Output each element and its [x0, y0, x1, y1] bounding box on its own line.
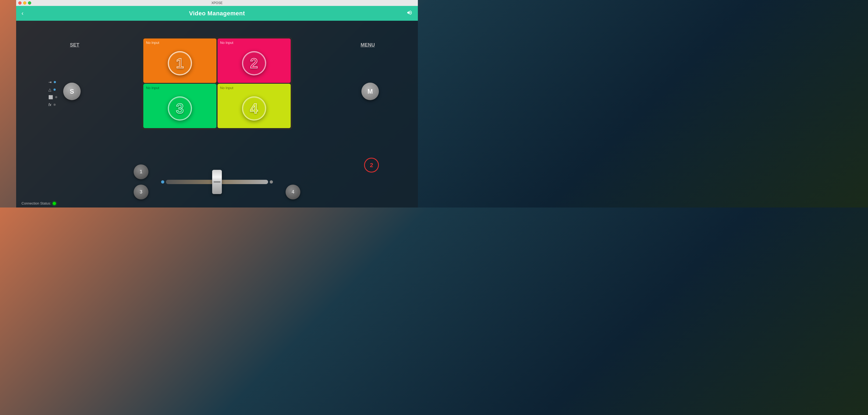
traffic-lights	[18, 1, 31, 5]
cell-4-label: No Input	[220, 86, 234, 90]
video-cell-4[interactable]: No Input 4	[218, 84, 291, 128]
close-button[interactable]	[18, 1, 22, 5]
source-icon: ⇥	[49, 80, 52, 84]
cell-3-number: 3	[176, 101, 184, 115]
fader-area	[159, 165, 275, 200]
crop-icon: ⬜	[49, 95, 53, 99]
control-crop[interactable]: ⬜	[49, 95, 57, 99]
scale-dot	[54, 89, 56, 91]
video-cell-3[interactable]: No Input 3	[143, 84, 216, 128]
knob-1[interactable]: 1	[134, 165, 149, 179]
titlebar: XPOSE	[16, 0, 418, 6]
knob-group-left: 1 3	[134, 165, 149, 200]
control-scale[interactable]: △	[49, 87, 57, 92]
knob-group-right: 4	[285, 165, 300, 200]
audio-button[interactable]	[407, 10, 412, 17]
fx-dot	[54, 103, 56, 106]
video-cell-1[interactable]: No Input 1	[143, 38, 216, 83]
fx-icon: fx	[49, 102, 51, 107]
fader-dot-left	[161, 180, 164, 183]
menu-label: MENU	[361, 42, 375, 48]
page-title: Video Management	[189, 10, 245, 17]
set-label: SET	[70, 42, 79, 48]
maximize-button[interactable]	[28, 1, 31, 5]
cell-1-label: No Input	[146, 41, 159, 45]
bottom-area: 1 3 4	[16, 165, 418, 200]
header: ‹ Video Management	[16, 6, 418, 21]
cell-3-badge: 3	[168, 96, 192, 121]
main-content: SET MENU S M ⇥ △ ⬜ fx No Input 1	[16, 21, 418, 208]
cell-2-badge: 2	[242, 51, 266, 76]
cell-2-label: No Input	[220, 41, 234, 45]
scale-icon: △	[49, 87, 51, 92]
m-button[interactable]: M	[362, 83, 379, 100]
knob-4[interactable]: 4	[285, 185, 300, 200]
fader-line	[214, 181, 220, 182]
status-dot	[53, 202, 56, 205]
video-cell-2[interactable]: No Input 2	[218, 38, 291, 83]
control-fx[interactable]: fx	[49, 102, 57, 107]
control-source[interactable]: ⇥	[49, 80, 57, 84]
status-bar: Connection Status:	[22, 201, 56, 205]
fader-dot-right	[270, 180, 273, 183]
fader-track	[166, 180, 268, 184]
cell-1-number: 1	[176, 56, 184, 70]
red-badge-2[interactable]: 2	[364, 158, 379, 173]
cell-4-number: 4	[250, 101, 258, 115]
cell-3-label: No Input	[146, 86, 159, 90]
cell-4-badge: 4	[242, 96, 266, 121]
video-panel: No Input 1 No Input 2 No Input 3 No Inpu…	[142, 37, 292, 130]
back-button[interactable]: ‹	[22, 10, 23, 17]
knob-3[interactable]: 3	[134, 185, 149, 200]
minimize-button[interactable]	[23, 1, 26, 5]
cell-1-badge: 1	[168, 51, 192, 76]
status-label: Connection Status:	[22, 201, 51, 205]
fader-handle[interactable]	[212, 170, 222, 194]
s-button[interactable]: S	[63, 83, 81, 100]
left-controls: ⇥ △ ⬜ fx	[49, 80, 57, 107]
app-title: XPOSE	[211, 1, 222, 5]
source-dot	[54, 81, 56, 83]
cell-2-number: 2	[250, 56, 258, 70]
crop-dot	[55, 96, 57, 98]
